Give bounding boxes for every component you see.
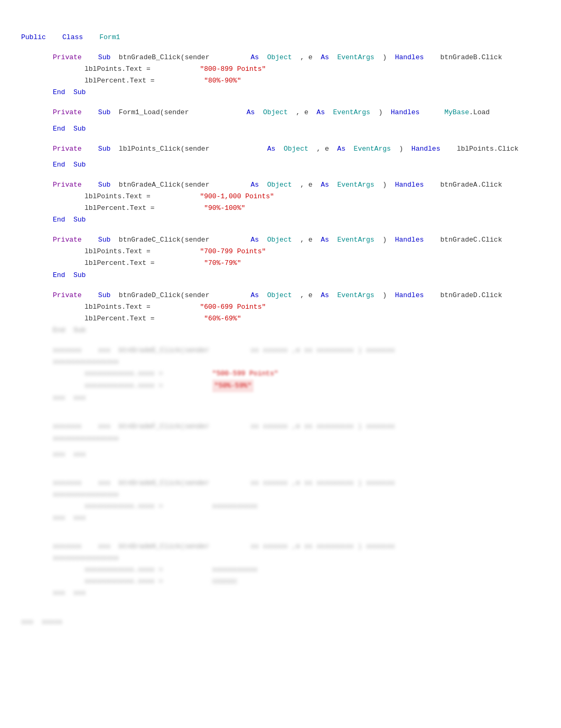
blurred-block-3: xxxxxxx xxx btnGradeG_Click(sender xx xx… (21, 477, 540, 524)
blurred-end: xxx xxx (21, 392, 540, 404)
blurred-code-2: xxxxxxxxxxxx.xxxx = "50%-59%" (21, 380, 540, 392)
label-points: lblPoints.Text = (85, 301, 151, 313)
block-btnGradeA: Private Sub btnGradeA_Click(sender As Ob… (21, 179, 540, 226)
end-sub: End Sub (21, 270, 540, 281)
blurred-sub-handle: xxxxxxxxxxxxxxxx (21, 356, 540, 368)
kw-end: End (53, 123, 65, 135)
label-points: lblPoints.Text = (85, 191, 151, 202)
paren-close: ) (378, 107, 382, 118)
sub-declaration: Private Sub btnGradeC_Click(sender As Ob… (21, 234, 540, 246)
kw-private: Private (53, 290, 82, 301)
blurred-end: xxx xxx (21, 512, 540, 524)
kw-sub: Sub (98, 179, 110, 191)
paren-close: ) (382, 290, 387, 301)
kw-object: Object (263, 107, 288, 118)
kw-handles: Handles (395, 52, 424, 63)
kw-object: Object (267, 290, 292, 301)
kw-eventargs: EventArgs (337, 290, 374, 301)
paren-close: ) (382, 179, 387, 191)
kw-sub: Sub (98, 52, 110, 63)
kw-handles: Handles (395, 179, 424, 191)
handles-val: btnGradeA.Click (440, 179, 502, 191)
sub-name: btnGradeD_Click(sender (119, 290, 210, 301)
val-points: "900-1,000 Points" (200, 191, 274, 202)
code-line-1: lblPoints.Text = "800-899 Points" (21, 63, 540, 75)
blurred-line: xxxxxxx xxx btnGradeG_Click(sender xx xx… (21, 477, 540, 489)
header-line: Public Class Form1 (21, 32, 540, 43)
kw-as1: As (251, 179, 259, 191)
code-line-1: lblPoints.Text = "700-799 Points" (21, 246, 540, 257)
code-line-2: lblPercent.Text = "90%-100%" (21, 202, 540, 214)
kw-sub: Sub (98, 143, 110, 155)
kw-object: Object (267, 234, 292, 246)
blurred-code-1: xxxxxxxxxxxx.xxxx = "500-599 Points" (21, 368, 540, 380)
kw-as1: As (267, 143, 276, 155)
end-sub: End Sub (21, 87, 540, 98)
blurred-line: xxxxxxx xxx btnGradeE_Click(sender xx xx… (21, 345, 540, 356)
blurred-code-1: xxxxxxxxxxxx.xxxx = xxxxxxxxxxx (21, 564, 540, 576)
kw-handles: Handles (391, 107, 420, 118)
label-percent: lblPercent.Text = (85, 75, 155, 87)
kw-as2: As (321, 234, 329, 246)
block-btnGradeB: Private Sub btnGradeB_Click(sender As Ob… (21, 52, 540, 98)
comma-e: , e (296, 107, 308, 118)
handles-val: btnGradeC.Click (440, 234, 502, 246)
label-points: lblPoints.Text = (85, 63, 151, 75)
handles-val: lblPoints.Click (457, 143, 519, 155)
code-line-2: lblPercent.Text = "60%-69%" (21, 313, 540, 325)
val-percent: "70%-79%" (204, 257, 241, 269)
kw-eventargs: EventArgs (337, 52, 374, 63)
kw-as1: As (247, 107, 255, 118)
blurred-block-1: xxxxxxx xxx btnGradeE_Click(sender xx xx… (21, 345, 540, 404)
block-btnGradeD: Private Sub btnGradeD_Click(sender As Ob… (21, 290, 540, 336)
kw-as2: As (321, 179, 329, 191)
handles-val: btnGradeB.Click (440, 52, 502, 63)
kw-end: End (53, 270, 65, 281)
kw-as2: As (316, 107, 325, 118)
kw-private: Private (53, 234, 82, 246)
kw-sub-end: Sub (73, 123, 86, 135)
blurred-block-2: xxxxxxx xxx btnGradeF_Click(sender xx xx… (21, 421, 540, 460)
kw-handles: Handles (395, 290, 424, 301)
comma-e: , e (300, 290, 312, 301)
paren-close: ) (382, 52, 387, 63)
label-percent: lblPercent.Text = (85, 257, 155, 269)
kw-as2: As (337, 143, 345, 155)
kw-end: End (53, 87, 65, 98)
sub-name: lblPoints_Click(sender (119, 143, 210, 155)
kw-object1: Object (267, 52, 292, 63)
sub-declaration: Private Sub Form1_Load(sender As Object … (21, 107, 540, 118)
sub-declaration: Private Sub lblPoints_Click(sender As Ob… (21, 143, 540, 155)
block-lblpoints: Private Sub lblPoints_Click(sender As Ob… (21, 143, 540, 171)
kw-private: Private (53, 143, 82, 155)
end-class: xxx xxxxx (21, 616, 540, 628)
kw-eventargs: EventArgs (354, 143, 391, 155)
kw-sub: Sub (98, 234, 110, 246)
sub-name: btnGradeB_Click(sender (119, 52, 210, 63)
blurred-line: xxxxxxx xxx btnGradeH_Click(sender xx xx… (21, 541, 540, 552)
class-name: Form1 (99, 32, 120, 43)
kw-handles: Handles (412, 143, 441, 155)
sub-declaration: Private Sub btnGradeA_Click(sender As Ob… (21, 179, 540, 191)
code-line-1: lblPoints.Text = "900-1,000 Points" (21, 191, 540, 202)
paren-close: ) (382, 234, 387, 246)
code-editor: Public Class Form1 Private Sub btnGradeB… (21, 32, 540, 628)
kw-as2: As (321, 290, 329, 301)
kw-end: End (53, 214, 65, 226)
val-percent: "80%-90%" (204, 75, 241, 87)
comma-e: , e (300, 179, 312, 191)
blurred-code-2: xxxxxxxxxxxx.xxxx = xxxxxx (21, 576, 540, 587)
code-line-1: lblPoints.Text = "600-699 Points" (21, 301, 540, 313)
kw-eventargs: EventArgs (337, 234, 374, 246)
sub-name: btnGradeC_Click(sender (119, 234, 210, 246)
kw-private: Private (53, 179, 82, 191)
kw-as1: As (251, 52, 259, 63)
val-points: "600-699 Points" (200, 301, 266, 313)
comma-e: , e (300, 234, 312, 246)
blurred-end: xxx xxx (21, 449, 540, 460)
blurred-line: xxxxxxx xxx btnGradeF_Click(sender xx xx… (21, 421, 540, 432)
blurred-block-4: xxxxxxx xxx btnGradeH_Click(sender xx xx… (21, 541, 540, 599)
blurred-sub-handle: xxxxxxxxxxxxxxxx (21, 552, 540, 564)
keyword-class: Class (62, 32, 83, 43)
sub-name: btnGradeA_Click(sender (119, 179, 210, 191)
